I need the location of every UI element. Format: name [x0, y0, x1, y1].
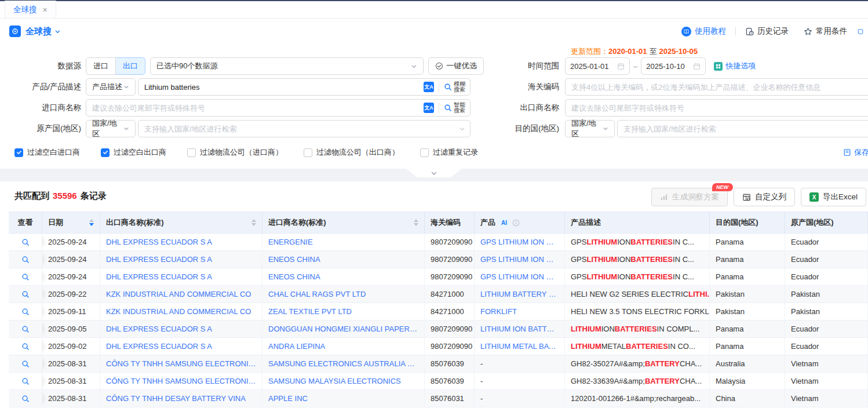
- view-record-button[interactable]: [9, 268, 42, 285]
- product-link[interactable]: GPS LITHIUM ION BAT...: [480, 272, 559, 281]
- destination-cell: Panama: [710, 234, 785, 250]
- import-toggle-button[interactable]: 进口: [86, 57, 116, 75]
- fuzzy-search-button[interactable]: 模糊搜索: [444, 81, 465, 93]
- checkbox-unchecked-icon[interactable]: [304, 148, 312, 157]
- view-record-button[interactable]: [9, 338, 42, 355]
- origin-country-input[interactable]: [144, 125, 459, 133]
- datasource-select[interactable]: 已选中90个数据源: [150, 57, 424, 75]
- filter-checkbox[interactable]: 过滤物流公司（进口商）: [187, 147, 283, 158]
- exporter-link[interactable]: CÔNG TY TNHH SAMSUNG ELECTRONICS ...: [106, 359, 256, 368]
- clipped-action-icon[interactable]: [858, 27, 863, 36]
- importer-link[interactable]: ANDRA LIEPINA: [268, 342, 325, 351]
- highlighted-keyword: BATTERIES: [615, 325, 657, 333]
- origin-cell: Ecuador: [785, 268, 868, 285]
- history-button[interactable]: 历史记录: [745, 26, 789, 37]
- importer-label: 进口商名称: [9, 103, 86, 113]
- info-icon[interactable]: [512, 219, 520, 227]
- col-header-importer[interactable]: 进口商名称(标准): [262, 212, 425, 233]
- smart-search-button[interactable]: 智能搜索: [444, 102, 465, 114]
- importer-link[interactable]: ZEAL TEXTILE PVT LTD: [268, 307, 352, 316]
- filter-checkbox[interactable]: 过滤重复记录: [420, 147, 478, 158]
- product-link[interactable]: LITHIUM BATTERY FO...: [480, 290, 559, 298]
- importer-link[interactable]: DONGGUAN HONGMEI XIANGLI PAPER PR...: [268, 325, 418, 333]
- exporter-link[interactable]: DHL EXPRESS ECUADOR S A: [106, 272, 212, 281]
- product-input[interactable]: [144, 83, 424, 92]
- hs-code-cell: 9807209090: [425, 320, 475, 337]
- filter-checkbox[interactable]: 过滤空白出口商: [101, 147, 166, 158]
- col-header-exporter[interactable]: 出口商名称(标准): [100, 212, 262, 233]
- product-link[interactable]: FORKLIFT: [480, 307, 517, 316]
- filter-checkbox[interactable]: 过滤物流公司（出口商）: [304, 147, 399, 158]
- exporter-link[interactable]: KZK INDUSTRIAL AND COMMERCIAL CO: [106, 290, 251, 298]
- importer-link[interactable]: SAMSUNG MALAYSIA ELECTRONICS: [268, 377, 401, 385]
- view-record-button[interactable]: [9, 234, 42, 250]
- destination-select-value: 国家/地区: [571, 118, 603, 139]
- tutorial-button[interactable]: 使用教程: [681, 26, 726, 37]
- checkbox-unchecked-icon[interactable]: [187, 148, 196, 157]
- generate-insight-button[interactable]: 生成洞察方案 NEW: [651, 188, 728, 206]
- collapse-form-button[interactable]: [406, 169, 462, 177]
- chevron-down-icon[interactable]: [54, 28, 61, 35]
- importer-link[interactable]: ENEOS CHINA: [268, 255, 320, 264]
- sort-icons[interactable]: [247, 219, 256, 226]
- product-link[interactable]: GPS LITHIUM ION BAT...: [480, 255, 559, 264]
- description-cell: GPS LITHIUM ION BATTERIES IN C...: [565, 234, 710, 250]
- date-cell: 2025-09-05: [42, 320, 100, 337]
- date-to-input[interactable]: 2025-10-10: [641, 57, 706, 75]
- importer-link[interactable]: ENERGENIE: [268, 238, 313, 246]
- product-link[interactable]: LITHIUM METAL BATT...: [480, 342, 559, 351]
- importer-link[interactable]: CHAL CHAL RAGS PVT LTD: [268, 290, 366, 298]
- sort-icons[interactable]: [85, 219, 94, 226]
- importer-cell: APPLE INC: [262, 390, 425, 407]
- importer-input[interactable]: [92, 104, 424, 112]
- sort-icons[interactable]: [409, 219, 418, 226]
- checkbox-checked-icon[interactable]: [101, 148, 110, 157]
- save-button[interactable]: 保存: [843, 147, 868, 158]
- checkbox-checked-icon[interactable]: [14, 148, 23, 157]
- destination-country-select[interactable]: 国家/地区: [565, 120, 615, 137]
- view-record-button[interactable]: [9, 373, 42, 389]
- exporter-link[interactable]: DHL EXPRESS ECUADOR S A: [106, 325, 212, 333]
- tab-close-icon[interactable]: ×: [43, 6, 48, 14]
- exporter-link[interactable]: DHL EXPRESS ECUADOR S A: [106, 238, 212, 246]
- product-type-select[interactable]: 产品描述: [86, 78, 136, 96]
- product-link[interactable]: LITHIUM ION BATTERY: [480, 325, 559, 333]
- exporter-link[interactable]: DHL EXPRESS ECUADOR S A: [106, 255, 212, 264]
- magnifier-icon: [21, 290, 30, 298]
- export-toggle-button[interactable]: 出口: [116, 57, 145, 75]
- importer-link[interactable]: SAMSUNG ELECTRONICS AUSTRALIA PTY: [268, 359, 418, 368]
- translate-icon[interactable]: 文A: [424, 82, 434, 92]
- exporter-link[interactable]: DHL EXPRESS ECUADOR S A: [106, 342, 212, 351]
- exporter-cell: DHL EXPRESS ECUADOR S A: [100, 234, 262, 250]
- date-from-input[interactable]: 2025-01-01: [565, 57, 630, 75]
- importer-link[interactable]: APPLE INC: [268, 394, 308, 403]
- translate-icon[interactable]: 文A: [424, 103, 434, 113]
- view-record-button[interactable]: [9, 303, 42, 320]
- export-excel-button[interactable]: X 导出Excel: [801, 188, 866, 206]
- view-record-button[interactable]: [9, 286, 42, 303]
- quick-options-button[interactable]: 快捷选项: [714, 61, 756, 71]
- one-click-optimize-button[interactable]: 一键优选: [428, 57, 484, 75]
- origin-country-select[interactable]: 国家/地区: [86, 120, 136, 137]
- favorites-button[interactable]: 常用条件: [804, 26, 847, 37]
- results-suffix: 条记录: [81, 191, 107, 201]
- view-record-button[interactable]: [9, 251, 42, 268]
- checkbox-unchecked-icon[interactable]: [420, 148, 429, 157]
- description-cell: HELI NEW G2 SERIES ELECTRIC LITHI...: [565, 286, 710, 303]
- col-header-date[interactable]: 日期: [42, 212, 100, 233]
- view-record-button[interactable]: [9, 320, 42, 337]
- destination-country-input[interactable]: [623, 125, 866, 133]
- importer-link[interactable]: ENEOS CHINA: [268, 272, 320, 281]
- view-record-button[interactable]: [9, 390, 42, 407]
- hs-code-input[interactable]: [571, 83, 866, 92]
- filter-checkbox[interactable]: 过滤空白进口商: [14, 147, 80, 158]
- customize-columns-button[interactable]: 自定义列: [734, 188, 795, 206]
- exporter-link[interactable]: CÔNG TY TNHH SAMSUNG ELECTRONICS ...: [106, 377, 256, 385]
- product-link[interactable]: GPS LITHIUM ION BAT...: [480, 238, 559, 246]
- tab-global-search[interactable]: 全球搜 ×: [5, 1, 56, 18]
- exporter-cell: CÔNG TY TNHH SAMSUNG ELECTRONICS ...: [100, 355, 262, 372]
- exporter-link[interactable]: CÔNG TY TNHH DESAY BATTERY VINA: [106, 394, 246, 403]
- view-record-button[interactable]: [9, 355, 42, 372]
- exporter-input[interactable]: [571, 104, 866, 112]
- exporter-link[interactable]: KZK INDUSTRIAL AND COMMERCIAL CO: [106, 307, 251, 316]
